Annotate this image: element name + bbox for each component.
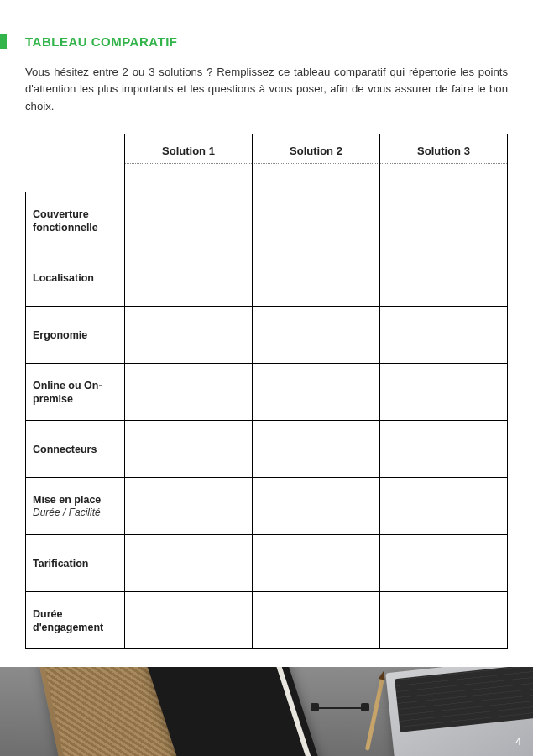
content: TABLEAU COMPARATIF Vous hésitez entre 2 … [0, 0, 533, 649]
table-cell[interactable] [253, 364, 380, 421]
row-sublabel: Durée / Facilité [33, 507, 118, 520]
table-cell[interactable] [380, 535, 508, 592]
row-header: Online ou On-premise [26, 364, 125, 421]
table-cell[interactable] [253, 535, 380, 592]
intro-text: Vous hésitez entre 2 ou 3 solutions ? Re… [25, 64, 508, 115]
title-row: TABLEAU COMPARATIF [25, 34, 508, 49]
row-header: Ergonomie [26, 307, 125, 364]
table-cell[interactable] [125, 307, 253, 364]
table-cell[interactable] [380, 364, 508, 421]
comparison-table: Solution 1 Solution 2 Solution 3 Couvert… [25, 134, 508, 649]
table-cell[interactable] [125, 478, 253, 535]
table-cell[interactable] [125, 535, 253, 592]
title-accent [0, 34, 7, 49]
table-cell[interactable] [253, 478, 380, 535]
table-cell[interactable] [253, 592, 380, 649]
header-spacer-row [26, 164, 508, 192]
table-cell[interactable] [253, 307, 380, 364]
table-cell[interactable] [253, 249, 380, 307]
row-header: Couverture fonctionnelle [26, 192, 125, 249]
table-cell[interactable] [380, 478, 508, 535]
table-cell[interactable] [380, 421, 508, 478]
table-cell[interactable] [380, 592, 508, 649]
table-row: Couverture fonctionnelle [26, 192, 508, 249]
row-header: Localisation [26, 249, 125, 307]
table-header-row: Solution 1 Solution 2 Solution 3 [26, 134, 508, 164]
table-cell[interactable] [125, 592, 253, 649]
table-row: Durée d'engagement [26, 592, 508, 649]
row-label: Tarification [33, 557, 118, 570]
section-title: TABLEAU COMPARATIF [25, 34, 177, 49]
table-cell[interactable] [125, 364, 253, 421]
row-label: Connecteurs [33, 443, 118, 456]
table-cell[interactable] [380, 307, 508, 364]
table-cell[interactable] [380, 249, 508, 307]
col-header-2: Solution 2 [253, 134, 380, 164]
row-header: Connecteurs [26, 421, 125, 478]
row-label: Localisation [33, 271, 118, 285]
table-row: Tarification [26, 535, 508, 592]
blank-header [26, 134, 125, 164]
row-header: Durée d'engagement [26, 592, 125, 649]
laptop-icon [385, 667, 533, 756]
page: TABLEAU COMPARATIF Vous hésitez entre 2 … [0, 0, 533, 756]
page-number: 4 [515, 736, 521, 748]
footer-image: 4 [0, 667, 533, 756]
table-cell[interactable] [253, 421, 380, 478]
row-label: Durée d'engagement [33, 607, 118, 635]
table-cell[interactable] [125, 421, 253, 478]
row-label: Online ou On-premise [33, 379, 118, 407]
row-label: Ergonomie [33, 328, 118, 342]
spacer-cell [125, 164, 253, 192]
row-header: Mise en placeDurée / Facilité [26, 478, 125, 535]
row-label: Couverture fonctionnelle [33, 207, 118, 235]
col-header-3: Solution 3 [380, 134, 508, 164]
table-body: Couverture fonctionnelleLocalisationErgo… [26, 192, 508, 649]
spacer-cell [380, 164, 508, 192]
earbuds-icon [311, 692, 369, 726]
table-cell[interactable] [380, 192, 508, 249]
table-cell[interactable] [125, 192, 253, 249]
spacer-cell [253, 164, 380, 192]
table-row: Online ou On-premise [26, 364, 508, 421]
table-row: Localisation [26, 249, 508, 307]
blank-spacer [26, 164, 125, 192]
row-header: Tarification [26, 535, 125, 592]
table-cell[interactable] [125, 249, 253, 307]
table-row: Ergonomie [26, 307, 508, 364]
row-label: Mise en place [33, 493, 118, 507]
table-cell[interactable] [253, 192, 380, 249]
table-row: Connecteurs [26, 421, 508, 478]
col-header-1: Solution 1 [125, 134, 253, 164]
table-row: Mise en placeDurée / Facilité [26, 478, 508, 535]
